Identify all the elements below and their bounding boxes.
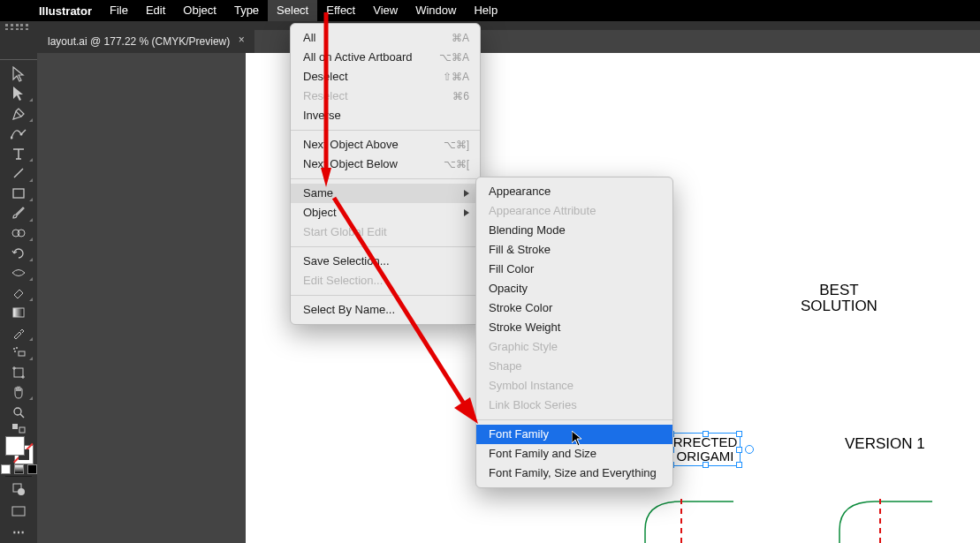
submenu-item-fill-stroke[interactable]: Fill & Stroke — [476, 240, 672, 260]
menu-item-next-below[interactable]: Next Object Below⌥⌘[ — [291, 155, 480, 174]
width-tool[interactable] — [3, 263, 34, 283]
resize-handle[interactable] — [736, 431, 742, 437]
draw-mode-icon[interactable] — [3, 479, 34, 500]
menu-item-start-global: Start Global Edit — [291, 222, 480, 242]
screen-mode-icon[interactable] — [3, 500, 34, 521]
svg-rect-22 — [12, 507, 25, 516]
macos-menubar: Illustrator File Edit Object Type Select… — [0, 0, 980, 21]
app-titlebar — [0, 21, 980, 30]
submenu-item-fill-color[interactable]: Fill Color — [476, 260, 672, 279]
text-port-icon[interactable] — [745, 445, 754, 454]
menu-file[interactable]: File — [101, 0, 137, 21]
zoom-tool[interactable] — [3, 402, 34, 422]
pen-tool[interactable] — [3, 103, 34, 124]
svg-rect-6 — [13, 308, 24, 317]
menu-window[interactable]: Window — [406, 0, 465, 21]
document-tab[interactable]: layout.ai @ 177.22 % (CMYK/Preview) × — [37, 30, 254, 53]
line-tool[interactable] — [3, 163, 34, 184]
fill-stroke-swatch[interactable] — [3, 434, 34, 463]
svg-line-17 — [20, 414, 24, 418]
hand-tool[interactable] — [3, 382, 34, 403]
app-name[interactable]: Illustrator — [30, 4, 101, 18]
submenu-item-link-block: Link Block Series — [476, 396, 672, 415]
curvature-tool[interactable] — [3, 124, 34, 144]
rotate-tool[interactable] — [3, 243, 34, 263]
mouse-cursor-icon — [572, 431, 582, 447]
submenu-item-opacity[interactable]: Opacity — [476, 279, 672, 298]
fill-swatch[interactable] — [5, 436, 25, 456]
svg-rect-19 — [19, 427, 25, 433]
svg-rect-7 — [19, 351, 25, 356]
menu-item-same[interactable]: Same — [291, 184, 480, 203]
symbol-sprayer-tool[interactable] — [3, 343, 34, 363]
menu-type[interactable]: Type — [225, 0, 268, 21]
menu-object[interactable]: Object — [174, 0, 225, 21]
svg-point-1 — [20, 133, 23, 136]
svg-point-16 — [14, 408, 21, 415]
svg-point-9 — [16, 347, 18, 349]
document-tab-title: layout.ai @ 177.22 % (CMYK/Preview) — [48, 35, 230, 48]
toolbox: ⋯ — [0, 53, 37, 543]
menu-item-all-artboard[interactable]: All on Active Artboard⌥⌘A — [291, 48, 480, 67]
svg-rect-3 — [13, 189, 24, 198]
canvas-guide — [879, 499, 881, 543]
menu-effect[interactable]: Effect — [317, 0, 364, 21]
submenu-item-font-family-size[interactable]: Font Family and Size — [476, 444, 672, 464]
menu-item-object[interactable]: Object — [291, 203, 480, 222]
menu-item-save-selection[interactable]: Save Selection... — [291, 252, 480, 271]
menu-help[interactable]: Help — [465, 0, 506, 21]
artboard-tool[interactable] — [3, 362, 34, 382]
canvas-guide — [680, 499, 682, 543]
menu-item-edit-selection: Edit Selection... — [291, 271, 480, 290]
selection-tool[interactable] — [3, 64, 34, 84]
canvas-text: BESTSOLUTION — [801, 283, 877, 314]
submenu-item-stroke-weight[interactable]: Stroke Weight — [476, 318, 672, 337]
svg-point-8 — [13, 348, 15, 350]
eraser-tool[interactable] — [3, 283, 34, 303]
fill-stroke-toggle-icon[interactable] — [3, 422, 34, 434]
gradient-tool[interactable] — [3, 303, 34, 323]
pasteboard — [37, 53, 246, 543]
type-tool[interactable] — [3, 144, 34, 164]
select-menu-dropdown: All⌘A All on Active Artboard⌥⌘A Deselect… — [290, 23, 481, 325]
menu-item-inverse[interactable]: Inverse — [291, 106, 480, 125]
chevron-right-icon — [464, 190, 469, 197]
svg-rect-18 — [12, 424, 18, 429]
canvas-shape — [641, 494, 747, 543]
menu-edit[interactable]: Edit — [137, 0, 174, 21]
menu-item-next-above[interactable]: Next Object Above⌥⌘] — [291, 135, 480, 155]
resize-handle[interactable] — [736, 447, 742, 453]
shape-builder-tool[interactable] — [3, 223, 34, 244]
text-selection-box[interactable]: RRECTEDORIGAMI — [670, 433, 741, 466]
menu-select[interactable]: Select — [268, 0, 317, 21]
resize-handle[interactable] — [703, 462, 709, 468]
canvas-text: VERSION 1 — [845, 436, 925, 452]
canvas-shape — [835, 494, 941, 543]
menu-item-reselect: Reselect⌘6 — [291, 87, 480, 106]
submenu-item-appearance[interactable]: Appearance — [476, 182, 672, 201]
menu-view[interactable]: View — [364, 0, 406, 21]
menu-item-all[interactable]: All⌘A — [291, 28, 480, 48]
submenu-item-symbol-instance: Symbol Instance — [476, 376, 672, 396]
svg-line-2 — [14, 169, 23, 177]
submenu-item-graphic-style: Graphic Style — [476, 337, 672, 357]
rectangle-tool[interactable] — [3, 184, 34, 204]
menu-item-select-by-name[interactable]: Select By Name... — [291, 300, 480, 320]
svg-rect-11 — [14, 368, 23, 377]
svg-point-10 — [14, 351, 16, 352]
edit-toolbar-icon[interactable]: ⋯ — [3, 522, 34, 543]
submenu-item-font-family-all[interactable]: Font Family, Size and Everything — [476, 464, 672, 483]
paintbrush-tool[interactable] — [3, 203, 34, 223]
svg-point-21 — [18, 488, 25, 495]
submenu-item-blending-mode[interactable]: Blending Mode — [476, 221, 672, 240]
menu-item-deselect[interactable]: Deselect⇧⌘A — [291, 67, 480, 87]
chevron-right-icon — [464, 209, 469, 216]
eyedropper-tool[interactable] — [3, 322, 34, 343]
close-icon[interactable]: × — [235, 34, 247, 47]
direct-selection-tool[interactable] — [3, 84, 34, 104]
resize-handle[interactable] — [736, 462, 742, 468]
resize-handle[interactable] — [703, 431, 709, 437]
panel-drag-dots[interactable] — [5, 24, 28, 27]
toolbox-drag-handle[interactable] — [0, 53, 37, 64]
submenu-item-stroke-color[interactable]: Stroke Color — [476, 298, 672, 318]
